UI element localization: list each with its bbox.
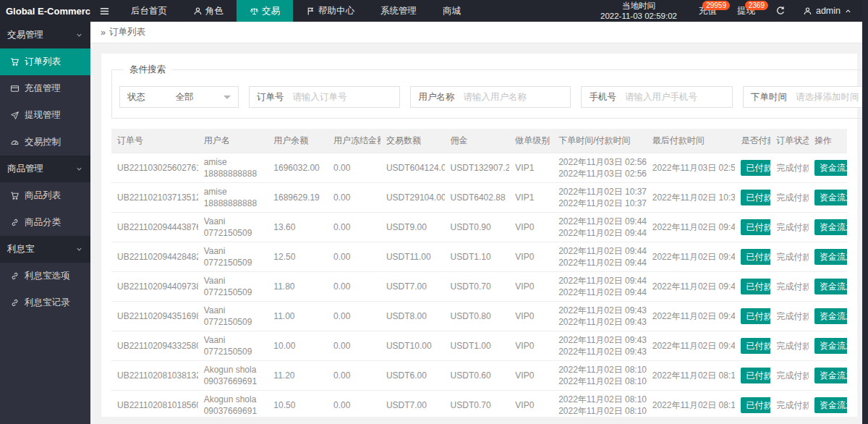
breadcrumb-label: 订单列表: [109, 26, 145, 38]
cell-last-pay-time: 2022年11月02日 10:37:43: [647, 183, 736, 213]
paid-badge[interactable]: 已付款: [741, 190, 770, 205]
withdraw-badge: 2369: [745, 1, 768, 10]
cell-user: Akogun shola 09037669691: [198, 391, 268, 420]
cell-last-pay-time: 2022年11月02日 08:11:08: [647, 361, 736, 391]
person-icon: [193, 7, 203, 16]
status-value: 全部: [175, 91, 193, 103]
fund-flow-button[interactable]: 资金流水: [814, 160, 847, 176]
cell-amount: USDT7.00: [380, 391, 445, 420]
cell-commission: USDT132907.28: [445, 153, 510, 183]
phone-input[interactable]: [624, 87, 732, 107]
cell-last-pay-time: 2022年11月02日 09:44:58: [647, 242, 736, 272]
fund-flow-button[interactable]: 资金流水: [814, 190, 847, 205]
cell-amount: USDT6.00: [380, 361, 445, 391]
paid-badge[interactable]: 已付款: [741, 249, 770, 265]
order-no-input[interactable]: [291, 87, 399, 107]
nav-item-trade[interactable]: 交易: [237, 0, 293, 22]
cell-user: Vaani 0772150509: [198, 213, 268, 242]
order-time: 2022年11月02日 08:10:18: [558, 394, 641, 405]
cell-order-pay-time: 2022年11月02日 09:44:09 2022年11月02日 09:44:1…: [553, 272, 647, 302]
fund-flow-button[interactable]: 资金流水: [814, 279, 847, 294]
cell-amount: USDT11.00: [380, 242, 445, 272]
topbar-right: 当地时间 2022-11-03 02:59:02 充值 29959 提现 236…: [589, 0, 868, 22]
cell-order-status: 完成付款: [770, 272, 809, 302]
fund-flow-button[interactable]: 资金流水: [814, 338, 847, 354]
cell-balance: 10.00: [268, 331, 328, 361]
nav-item-mall[interactable]: 商城: [430, 0, 474, 22]
username-input[interactable]: [461, 87, 570, 107]
paid-badge[interactable]: 已付款: [741, 219, 770, 235]
link-icon: [10, 271, 20, 281]
page-right-scroll-strip[interactable]: [862, 0, 868, 424]
cell-balance: 11.00: [268, 302, 328, 331]
sidebar-item-recharge-manage[interactable]: 充值管理: [0, 75, 90, 102]
order-time: 2022年11月02日 09:44:28: [558, 245, 641, 257]
cell-amount: USDT8.00: [380, 302, 445, 331]
paid-badge[interactable]: 已付款: [741, 308, 770, 324]
sidebar-section-trade-manage[interactable]: 交易管理: [0, 22, 90, 48]
flag-icon: [306, 7, 315, 16]
cell-balance: 12.50: [268, 242, 328, 272]
nav-item-system-manage[interactable]: 系统管理: [367, 0, 430, 22]
user-phone: 09037669691: [204, 376, 263, 387]
withdraw-link[interactable]: 提现 2369: [727, 0, 765, 22]
cell-level: VIP0: [509, 361, 553, 391]
cell-balance: 1689629.19: [268, 183, 328, 213]
table-row: UB2211020944284823 Vaani 0772150509 12.5…: [111, 242, 847, 272]
cell-action: 资金流水: [809, 302, 847, 331]
fund-flow-button[interactable]: 资金流水: [814, 368, 847, 383]
cell-user: amise 18888888888: [198, 183, 268, 213]
nav-item-home[interactable]: 后台首页: [118, 0, 180, 22]
refresh-icon[interactable]: [765, 0, 796, 22]
order-time-input[interactable]: [794, 87, 868, 107]
fund-flow-button[interactable]: 资金流水: [814, 249, 847, 265]
paid-badge[interactable]: 已付款: [741, 368, 770, 383]
sidebar-item-label: 订单列表: [25, 56, 61, 68]
sidebar-item-order-list[interactable]: 订单列表: [0, 48, 90, 75]
sidebar-item-interest-records[interactable]: 利息宝记录: [0, 289, 90, 316]
search-panel-legend: 条件搜索: [124, 64, 171, 76]
content-inner: 条件搜索 状态 全部 订单号: [90, 43, 868, 424]
user-name: Akogun shola: [204, 394, 263, 405]
paid-badge[interactable]: 已付款: [741, 160, 770, 176]
fund-flow-button[interactable]: 资金流水: [814, 219, 847, 235]
sidebar-item-interest-options[interactable]: 利息宝选项: [0, 263, 90, 289]
menu-toggle-icon[interactable]: [90, 0, 118, 22]
cell-level: VIP0: [509, 302, 553, 331]
cell-commission: USDT1.00: [445, 331, 510, 361]
paid-badge[interactable]: 已付款: [741, 397, 770, 413]
cell-action: 资金流水: [809, 391, 847, 420]
nav-item-help-center[interactable]: 帮助中心: [293, 0, 367, 22]
cell-action: 资金流水: [809, 183, 847, 213]
sidebar-section-goods-manage[interactable]: 商品管理: [0, 156, 90, 182]
column-header: 是否付款: [735, 129, 770, 153]
cell-action: 资金流水: [809, 213, 847, 242]
sidebar-item-trade-control[interactable]: 交易控制: [0, 129, 90, 156]
fund-flow-button[interactable]: 资金流水: [814, 308, 847, 324]
cell-last-pay-time: 2022年11月02日 09:44:39: [647, 272, 736, 302]
cell-level: VIP0: [509, 391, 553, 420]
user-phone: 18888888888: [204, 198, 263, 209]
sidebar-item-withdraw-manage[interactable]: 提现管理: [0, 102, 90, 129]
sidebar-section-interest-treasure[interactable]: 利息宝: [0, 236, 90, 263]
status-select[interactable]: 状态 全部: [119, 86, 239, 108]
cell-commission: USDT1.10: [445, 242, 510, 272]
cell-commission: USDT0.70: [445, 272, 510, 302]
recharge-link[interactable]: 充值 29959: [689, 0, 727, 22]
sidebar-item-goods-list[interactable]: 商品列表: [0, 182, 90, 209]
table-row: UB2211020943325804 Vaani 0772150509 10.0…: [111, 331, 847, 361]
nav-item-label: 角色: [205, 5, 224, 17]
sidebar-item-goods-category[interactable]: 商品分类: [0, 209, 90, 236]
cell-order-no: UB2211020809598483: [111, 420, 198, 424]
paid-badge[interactable]: 已付款: [741, 279, 770, 294]
cell-paid: 已付款: [735, 183, 770, 213]
fund-flow-button[interactable]: 资金流水: [814, 397, 847, 413]
paid-badge[interactable]: 已付款: [741, 338, 770, 354]
pay-time: 2022年11月03日 02:56:14: [558, 168, 641, 179]
sidebar-item-label: 交易控制: [25, 136, 61, 148]
nav-item-role[interactable]: 角色: [180, 0, 237, 22]
status-label: 状态: [120, 91, 153, 103]
user-name: Vaani: [204, 275, 263, 287]
cell-balance: 11.80: [268, 272, 328, 302]
user-menu[interactable]: admin: [796, 0, 868, 22]
